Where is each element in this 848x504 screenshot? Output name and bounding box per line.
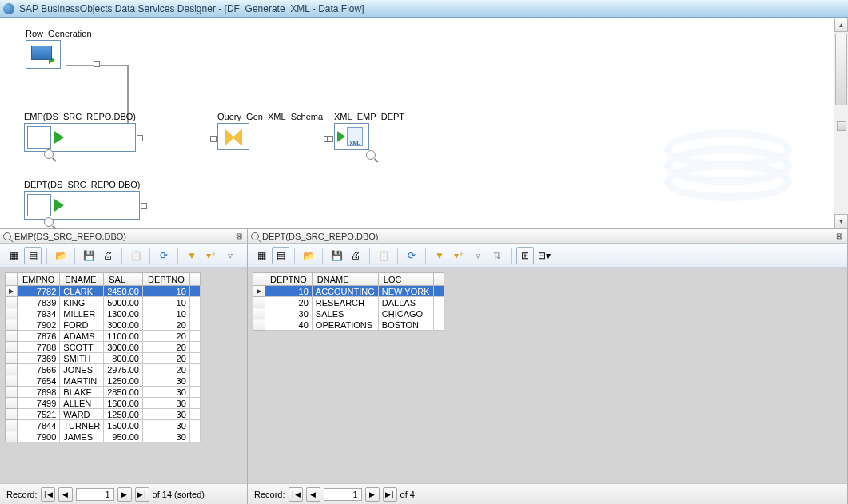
nav-next-button[interactable]: ▶ <box>117 487 132 502</box>
filter-add-button[interactable]: ▾⁺ <box>450 247 468 264</box>
table-row[interactable]: 7369SMITH800.0020 <box>6 353 201 364</box>
nav-first-button[interactable]: ∣◀ <box>289 487 303 502</box>
cell[interactable]: OPERATIONS <box>312 319 378 331</box>
profile-button[interactable]: ⊞ <box>516 247 534 264</box>
dept-data-table[interactable]: DEPTNODNAMELOC10ACCOUNTINGNEW YORK20RESE… <box>253 272 444 331</box>
node-dept-source[interactable]: DEPT(DS_SRC_REPO.DBO) <box>24 180 140 220</box>
filter-sort-button[interactable]: ⇅ <box>488 247 506 264</box>
cell[interactable]: 10 <box>142 297 189 308</box>
cell[interactable]: 10 <box>265 286 313 297</box>
table-row[interactable]: 7521WARD1250.0030 <box>6 409 201 420</box>
nav-last-button[interactable]: ▶∣ <box>383 487 397 502</box>
cell[interactable]: 7782 <box>18 286 60 297</box>
nav-last-button[interactable]: ▶∣ <box>135 487 149 502</box>
node-emp-source[interactable]: EMP(DS_SRC_REPO.DBO) <box>24 112 136 152</box>
cell[interactable]: 20 <box>142 342 189 353</box>
profile-options-button[interactable]: ⊟▾ <box>535 247 553 264</box>
cell[interactable]: 7499 <box>18 398 60 409</box>
save-button[interactable]: 💾 <box>328 247 345 264</box>
cell[interactable]: 20 <box>142 331 189 342</box>
cell[interactable]: DALLAS <box>378 297 433 308</box>
cell[interactable]: WARD <box>60 409 104 420</box>
table-row[interactable]: 40OPERATIONSBOSTON <box>253 319 444 331</box>
cell[interactable]: 30 <box>142 398 189 409</box>
cell[interactable]: ACCOUNTING <box>312 286 378 297</box>
cell[interactable]: 1250.00 <box>104 375 143 387</box>
cell[interactable]: CLARK <box>60 286 104 297</box>
cell[interactable]: SCOTT <box>60 342 104 353</box>
port-out[interactable] <box>94 61 100 67</box>
cell[interactable]: CHICAGO <box>378 308 433 319</box>
cell[interactable]: 7844 <box>18 420 60 431</box>
magnify-icon[interactable] <box>44 149 54 159</box>
cell[interactable]: 30 <box>142 420 189 431</box>
table-row[interactable]: 7566JONES2975.0020 <box>6 364 201 375</box>
cell[interactable]: RESEARCH <box>312 297 378 308</box>
table-row[interactable]: 10ACCOUNTINGNEW YORK <box>253 286 444 297</box>
cell[interactable]: NEW YORK <box>378 286 433 297</box>
panel-close-button[interactable]: ⊠ <box>834 232 844 241</box>
copy-button[interactable]: 📋 <box>375 247 392 264</box>
cell[interactable]: 1100.00 <box>104 331 143 342</box>
cell[interactable]: 3000.00 <box>104 319 143 331</box>
cell[interactable]: 2450.00 <box>104 286 143 297</box>
copy-button[interactable]: 📋 <box>127 247 145 264</box>
dept-grid-area[interactable]: DEPTNODNAMELOC10ACCOUNTINGNEW YORK20RESE… <box>248 268 847 483</box>
cell[interactable]: ALLEN <box>60 398 104 409</box>
cell[interactable]: JAMES <box>60 431 104 442</box>
cell[interactable]: 7902 <box>18 319 60 331</box>
open-button[interactable]: 📂 <box>52 247 70 264</box>
filter-clear-button[interactable]: ▿ <box>221 247 239 264</box>
magnify-icon[interactable] <box>44 217 54 227</box>
cell[interactable]: 30 <box>265 308 313 319</box>
cell[interactable]: 7521 <box>18 409 60 420</box>
node-query[interactable]: Query_Gen_XML_Schema <box>217 112 323 150</box>
table-row[interactable]: 7698BLAKE2850.0030 <box>6 387 201 398</box>
table-row[interactable]: 7876ADAMS1100.0020 <box>6 331 201 342</box>
cell[interactable]: 800.00 <box>104 353 143 364</box>
cell[interactable]: TURNER <box>60 420 104 431</box>
scroll-up-button[interactable]: ▲ <box>834 18 848 32</box>
print-button[interactable]: 🖨 <box>347 247 364 264</box>
table-row[interactable]: 30SALESCHICAGO <box>253 308 444 319</box>
cell[interactable]: 7654 <box>18 375 60 387</box>
port-out[interactable] <box>137 135 143 141</box>
cell[interactable]: KING <box>60 297 104 308</box>
column-header[interactable]: DNAME <box>312 273 378 286</box>
filter-button[interactable]: ▼ <box>183 247 201 264</box>
save-button[interactable]: 💾 <box>80 247 98 264</box>
port-out[interactable] <box>141 203 147 209</box>
cell[interactable]: 20 <box>142 353 189 364</box>
cell[interactable]: 5000.00 <box>104 297 143 308</box>
canvas-vertical-scrollbar[interactable]: ▲ ▼ <box>834 18 848 228</box>
cell[interactable]: 1500.00 <box>104 420 143 431</box>
dataflow-canvas[interactable]: Row_Generation EMP(DS_SRC_REPO.DBO) DEPT… <box>0 18 848 229</box>
cell[interactable]: 7369 <box>18 353 60 364</box>
table-row[interactable]: 7934MILLER1300.0010 <box>6 308 201 319</box>
cell[interactable]: SALES <box>312 308 378 319</box>
node-row-generation[interactable]: Row_Generation <box>26 29 92 69</box>
cell[interactable]: 7839 <box>18 297 60 308</box>
form-view-button[interactable]: ▤ <box>24 247 42 264</box>
table-row[interactable]: 7782CLARK2450.0010 <box>6 286 201 297</box>
cell[interactable]: 20 <box>265 297 313 308</box>
cell[interactable]: 10 <box>142 308 189 319</box>
form-view-button[interactable]: ▤ <box>272 247 289 264</box>
cell[interactable]: ADAMS <box>60 331 104 342</box>
refresh-button[interactable]: ⟳ <box>403 247 420 264</box>
table-row[interactable]: 7499ALLEN1600.0030 <box>6 398 201 409</box>
cell[interactable]: 20 <box>142 364 189 375</box>
cell[interactable]: 7876 <box>18 331 60 342</box>
cell[interactable]: 7788 <box>18 342 60 353</box>
filter-clear-button[interactable]: ▿ <box>469 247 487 264</box>
cell[interactable]: 30 <box>142 387 189 398</box>
cell[interactable]: 2850.00 <box>104 387 143 398</box>
cell[interactable]: 30 <box>142 409 189 420</box>
cell[interactable]: MARTIN <box>60 375 104 387</box>
cell[interactable]: 7934 <box>18 308 60 319</box>
table-row[interactable]: 7788SCOTT3000.0020 <box>6 342 201 353</box>
grid-view-button[interactable]: ▦ <box>5 247 22 264</box>
magnify-icon[interactable] <box>366 150 376 160</box>
cell[interactable]: JONES <box>60 364 104 375</box>
cell[interactable]: 7566 <box>18 364 60 375</box>
